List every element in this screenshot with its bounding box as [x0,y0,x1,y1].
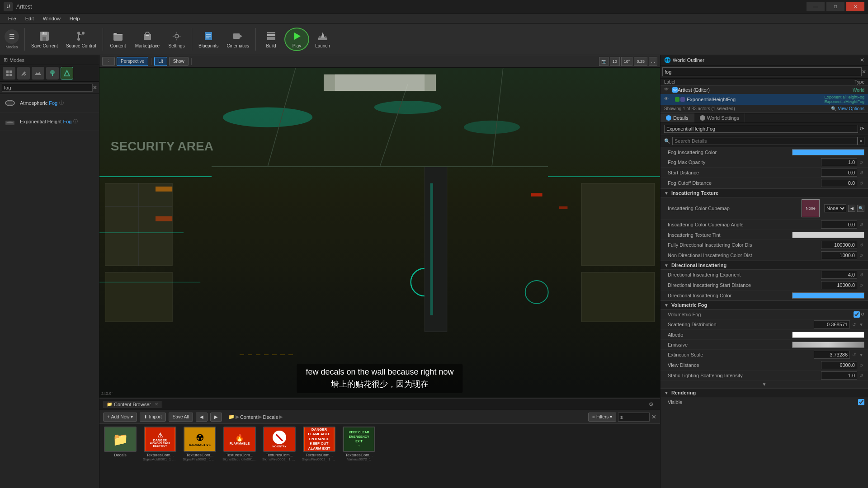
modes-toggle[interactable]: ☰ [5,29,19,44]
mode-info-2[interactable]: ⓘ [73,118,78,125]
non-directional-input[interactable] [821,251,857,259]
fog-max-opacity-reset[interactable]: ↺ [858,160,864,165]
emissive-swatch[interactable] [792,342,864,348]
cb-item-tex-5[interactable]: DANGERFLAMEABLEENTRANCEKEEP OUTALARM EXI… [301,427,337,461]
start-distance-reset[interactable]: ↺ [858,170,864,175]
extinction-scale-reset[interactable]: ↺ [851,352,857,357]
content-button[interactable]: Content [106,26,131,53]
dir-start-distance-input[interactable] [821,281,857,289]
cb-settings-btn[interactable]: ⚙ [649,401,654,408]
modes-search-clear[interactable]: ✕ [93,84,97,91]
section-header-inscattering-texture[interactable]: ▼ Inscattering Texture [660,188,868,197]
import-button[interactable]: ⬆ Import [140,413,165,422]
tab-world-settings[interactable]: World Settings [694,113,745,122]
cb-item-tex-2[interactable]: ☢ RADIOACTIVE TexturesCom... SignsFire00… [182,427,218,461]
visible-checkbox[interactable] [858,399,864,405]
dir-start-distance-reset[interactable]: ↺ [858,283,864,288]
tab-details[interactable]: Details [660,113,694,122]
mode-geometry[interactable] [61,67,73,80]
close-button[interactable]: ✕ [846,2,864,11]
menu-help[interactable]: Help [65,15,85,22]
minimize-button[interactable]: — [807,2,825,11]
scattering-distribution-expand[interactable]: ▼ [858,322,864,327]
start-distance-input[interactable] [821,169,857,177]
outliner-row-exp-fog[interactable]: 👁 ExponentialHeightFog ExponentialHeight… [660,94,868,105]
build-button[interactable]: Build [259,26,283,53]
add-new-button[interactable]: + Add New ▾ [103,413,137,422]
extinction-scale-expand[interactable]: ▼ [858,352,864,357]
details-view-toggle[interactable]: ≡ [858,137,864,145]
cb-tab[interactable]: 📁 Content Browser ✕ [103,401,162,408]
mode-info-1[interactable]: ⓘ [59,100,64,106]
marketplace-button[interactable]: Marketplace [132,26,163,53]
fog-cutoff-distance-input[interactable] [821,179,857,187]
viewport-scene[interactable]: SECURITY AREA AREA [99,68,660,398]
breadcrumb-content[interactable]: Content [240,414,258,420]
cb-close-btn[interactable]: ✕ [155,402,158,407]
cubemap-prev-btn[interactable]: ◀ [848,205,855,212]
viewport-more-btn[interactable]: … [649,57,657,66]
cb-item-tex-3[interactable]: 🔥 FLAMMABLE TexturesCom... SignsElectric… [222,427,258,461]
cb-forward-btn[interactable]: ▶ [210,413,222,422]
breadcrumb-decals[interactable]: Decals [263,414,278,420]
cb-search-input[interactable] [620,414,647,420]
mode-paint[interactable] [17,67,30,80]
cubemap-find-btn[interactable]: 🔍 [857,205,864,212]
maximize-button[interactable]: □ [826,2,844,11]
view-distance-reset[interactable]: ↺ [858,363,864,368]
albedo-swatch[interactable] [792,332,864,338]
fully-directional-input[interactable] [821,241,857,249]
static-lighting-reset[interactable]: ↺ [858,373,864,378]
angle-snap-btn[interactable]: 10° [621,57,633,66]
outliner-search-clear[interactable]: ✕ [862,69,866,75]
lit-btn[interactable]: Lit [154,57,167,66]
mode-foliage[interactable] [46,67,59,80]
scattering-distribution-reset[interactable]: ↺ [851,322,857,327]
mode-place[interactable] [3,67,15,80]
cubemap-dropdown[interactable]: None [824,204,846,212]
dir-exponent-input[interactable] [821,271,857,279]
scale-btn[interactable]: 0.25 [634,57,647,66]
cinematics-button[interactable]: Cinematics [223,26,253,53]
dir-color-swatch[interactable] [792,292,864,299]
grid-size-btn[interactable]: 10 [610,57,620,66]
section-expand-btn[interactable]: ▼ [762,382,767,387]
modes-search-input[interactable] [2,84,93,92]
cb-item-tex-4[interactable]: NO ENTRY TexturesCom... SignsFire0002_ 1… [261,427,297,461]
fog-inscattering-color-swatch[interactable] [792,149,864,155]
blueprints-button[interactable]: Blueprints [195,26,222,53]
fully-directional-reset[interactable]: ↺ [858,243,864,248]
cb-item-tex-6[interactable]: KEEP CLEAREMERGENCYEXIT→ TexturesCom... … [341,427,377,461]
non-directional-reset[interactable]: ↺ [858,253,864,258]
outliner-row-arttest[interactable]: 👁 W Arttest (Editor) World [660,86,868,94]
view-options-btn[interactable]: 🔍 View Options [831,106,864,111]
details-obj-name-input[interactable] [664,125,858,133]
cubemap-angle-input[interactable] [821,221,857,229]
volumetric-fog-checkbox[interactable] [854,311,860,318]
cb-filter-btn[interactable]: ≡ Filters ▾ [588,413,616,422]
fog-cutoff-reset[interactable]: ↺ [858,181,864,186]
view-distance-input[interactable] [821,361,857,369]
section-header-rendering[interactable]: ▼ Rendering [660,388,868,397]
play-button[interactable]: Play [284,28,309,51]
cb-item-tex-1[interactable]: ⚠ DANGER HIGH VOLTAGE KEEP OUT TexturesC… [142,427,178,461]
inscattering-tint-swatch[interactable] [792,232,864,238]
mode-item-exponential-height-fog[interactable]: Exponential Height Fog ⓘ [0,113,99,131]
cubemap-angle-reset[interactable]: ↺ [858,222,864,227]
menu-edit[interactable]: Edit [21,15,38,22]
volumetric-fog-reset-btn[interactable]: ↺ [861,312,864,317]
launch-button[interactable]: Launch [310,26,335,53]
viewport-options-btn[interactable]: ⋮ [102,57,115,66]
cb-back-btn[interactable]: ◀ [196,413,208,422]
mode-landscape[interactable] [32,67,44,80]
camera-speed-btn[interactable]: 📷 [599,57,609,66]
static-lighting-input[interactable] [821,371,857,380]
dir-exponent-reset[interactable]: ↺ [858,272,864,277]
details-obj-refresh-btn[interactable]: ⟳ [860,126,864,132]
save-current-button[interactable]: Save Current [28,26,61,53]
extinction-scale-input[interactable] [814,351,850,359]
fog-max-opacity-input[interactable] [821,158,857,166]
cb-item-decals[interactable]: 📁 Decals [102,427,138,457]
cb-search-clear-btn[interactable]: ✕ [651,413,656,420]
save-all-button[interactable]: Save All [169,413,193,422]
